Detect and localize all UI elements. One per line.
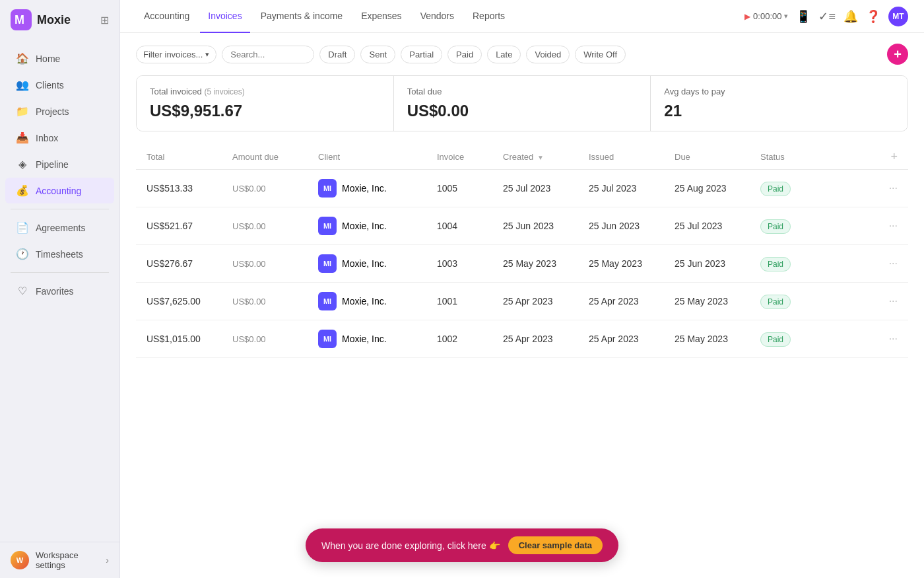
row-actions-menu[interactable]: ··· — [889, 182, 898, 194]
cell-created: 25 Jul 2023 — [503, 183, 589, 194]
help-icon[interactable]: ❓ — [866, 9, 880, 24]
cell-issued: 25 Apr 2023 — [589, 334, 675, 344]
workspace-settings-label: Workspace settings — [36, 550, 99, 570]
row-actions-menu[interactable]: ··· — [889, 295, 898, 307]
sidebar-item-pipeline[interactable]: ◈ Pipeline — [5, 151, 114, 177]
cell-invoice: 1001 — [437, 296, 503, 307]
sidebar-item-inbox[interactable]: 📥 Inbox — [5, 125, 114, 151]
workspace-avatar-text: W — [16, 556, 23, 564]
cell-total: US$513.33 — [147, 183, 232, 194]
col-header-total: Total — [147, 152, 232, 162]
tab-vendors[interactable]: Vendors — [412, 0, 462, 33]
sidebar-nav: 🏠 Home 👥 Clients 📁 Projects 📥 Inbox ◈ Pi… — [0, 40, 119, 542]
cell-invoice: 1002 — [437, 334, 503, 344]
filter-chip-writeoff[interactable]: Write Off — [575, 46, 626, 63]
top-navigation: Accounting Invoices Payments & income Ex… — [120, 0, 924, 33]
col-header-due: Due — [675, 152, 760, 162]
checklist-icon[interactable]: ✓≡ — [818, 9, 836, 24]
table-row[interactable]: US$7,625.00 US$0.00 MI Moxie, Inc. 1001 … — [136, 283, 908, 320]
cell-total: US$7,625.00 — [147, 296, 232, 307]
projects-icon: 📁 — [16, 105, 29, 118]
table-row[interactable]: US$276.67 US$0.00 MI Moxie, Inc. 1003 25… — [136, 245, 908, 283]
col-header-invoice: Invoice — [437, 152, 503, 162]
table-row[interactable]: US$1,015.00 US$0.00 MI Moxie, Inc. 1002 … — [136, 320, 908, 358]
cell-total: US$276.67 — [147, 258, 232, 269]
sidebar-item-timesheets[interactable]: 🕐 Timesheets — [5, 241, 114, 267]
sidebar-item-label: Inbox — [36, 133, 58, 143]
page-content: Filter invoices... ▾ Draft Sent Partial … — [120, 33, 924, 578]
favorites-icon: ♡ — [16, 285, 29, 297]
table-header: Total Amount due Client Invoice Created … — [136, 145, 908, 170]
tab-payments[interactable]: Payments & income — [253, 0, 351, 33]
table-row[interactable]: US$513.33 US$0.00 MI Moxie, Inc. 1005 25… — [136, 170, 908, 207]
sidebar-item-clients[interactable]: 👥 Clients — [5, 72, 114, 98]
filter-chip-late[interactable]: Late — [487, 46, 521, 63]
table-row[interactable]: US$521.67 US$0.00 MI Moxie, Inc. 1004 25… — [136, 207, 908, 245]
sidebar-item-accounting[interactable]: 💰 Accounting — [5, 178, 114, 203]
filter-chip-sent[interactable]: Sent — [360, 46, 395, 63]
col-header-client: Client — [318, 152, 437, 162]
sidebar-collapse-button[interactable]: ⊞ — [100, 14, 109, 26]
sidebar-item-home[interactable]: 🏠 Home — [5, 46, 114, 71]
filter-chip-partial[interactable]: Partial — [401, 46, 442, 63]
inbox-icon: 📥 — [16, 131, 29, 144]
row-actions-menu[interactable]: ··· — [889, 220, 898, 232]
cell-status: Paid — [760, 221, 826, 231]
filter-chip-voided[interactable]: Voided — [526, 46, 570, 63]
filter-chip-draft[interactable]: Draft — [319, 46, 355, 63]
filter-invoices-dropdown[interactable]: Filter invoices... ▾ — [136, 46, 216, 63]
add-invoice-button[interactable]: + — [887, 44, 908, 65]
summary-avg-days: Avg days to pay 21 — [651, 76, 908, 131]
total-invoiced-value: US$9,951.67 — [150, 102, 380, 120]
sidebar-item-label: Clients — [36, 80, 64, 90]
sidebar-item-favorites[interactable]: ♡ Favorites — [5, 278, 114, 304]
client-name: Moxie, Inc. — [342, 334, 387, 344]
cell-amount-due: US$0.00 — [232, 334, 318, 344]
tab-reports[interactable]: Reports — [465, 0, 513, 33]
cell-issued: 25 Jul 2023 — [589, 183, 675, 194]
device-icon[interactable]: 📱 — [796, 9, 810, 24]
invoices-table: Total Amount due Client Invoice Created … — [136, 145, 908, 358]
add-row-button[interactable]: + — [890, 150, 898, 164]
workspace-settings[interactable]: W Workspace settings › — [0, 542, 119, 578]
cell-created: 25 Apr 2023 — [503, 296, 589, 307]
timer-button[interactable]: ▶ 0:00:00 ▾ — [744, 11, 788, 21]
clients-icon: 👥 — [16, 79, 29, 91]
bell-icon[interactable]: 🔔 — [843, 9, 858, 24]
sidebar-item-agreements[interactable]: 📄 Agreements — [5, 215, 114, 240]
row-actions-menu[interactable]: ··· — [889, 333, 898, 345]
cell-due: 25 May 2023 — [675, 334, 760, 344]
tab-accounting[interactable]: Accounting — [136, 0, 197, 33]
timesheets-icon: 🕐 — [16, 248, 29, 260]
timer-display: 0:00:00 — [753, 11, 781, 21]
toast-message: When you are done exploring, click here … — [321, 540, 500, 551]
row-actions-menu[interactable]: ··· — [889, 258, 898, 270]
sidebar-item-label: Agreements — [36, 223, 85, 233]
client-name: Moxie, Inc. — [342, 221, 387, 231]
col-header-created: Created ▼ — [503, 152, 589, 162]
user-avatar[interactable]: MT — [888, 7, 908, 26]
tab-invoices[interactable]: Invoices — [200, 0, 249, 33]
tab-expenses[interactable]: Expenses — [353, 0, 409, 33]
cell-client: MI Moxie, Inc. — [318, 254, 437, 273]
svg-text:M: M — [15, 13, 24, 26]
cell-due: 25 Jun 2023 — [675, 258, 760, 269]
sidebar-item-label: Projects — [36, 106, 69, 117]
col-header-amount-due: Amount due — [232, 152, 318, 162]
clear-sample-data-button[interactable]: Clear sample data — [508, 536, 603, 554]
cell-client: MI Moxie, Inc. — [318, 330, 437, 348]
cell-due: 25 Aug 2023 — [675, 183, 760, 194]
sidebar-divider — [11, 209, 109, 209]
status-badge: Paid — [760, 219, 791, 234]
sidebar-item-projects[interactable]: 📁 Projects — [5, 98, 114, 124]
cell-status: Paid — [760, 258, 826, 269]
filter-dropdown-chevron-icon: ▾ — [205, 50, 209, 59]
agreements-icon: 📄 — [16, 221, 29, 234]
status-badge: Paid — [760, 182, 791, 196]
avg-days-value: 21 — [664, 102, 894, 120]
cell-status: Paid — [760, 334, 826, 344]
pipeline-icon: ◈ — [16, 158, 29, 170]
search-input[interactable] — [222, 46, 314, 63]
status-badge: Paid — [760, 257, 791, 271]
filter-chip-paid[interactable]: Paid — [447, 46, 482, 63]
